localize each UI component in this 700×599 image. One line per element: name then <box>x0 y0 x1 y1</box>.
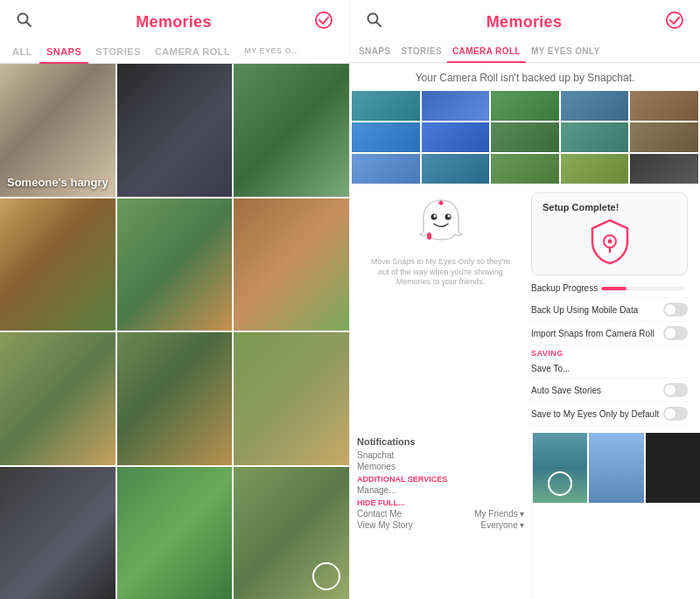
ghost-mascot-icon <box>415 196 467 248</box>
grid-cell-9[interactable] <box>234 332 349 465</box>
pin-setup-section: Move Snaps to My Eyes Only so they're ou… <box>350 185 700 433</box>
view-story-label: View My Story <box>357 519 413 531</box>
check-icon[interactable] <box>314 10 333 34</box>
memories-notif[interactable]: Memories <box>357 461 525 472</box>
notifications-header: Notifications <box>357 436 525 447</box>
svg-line-4 <box>377 23 382 27</box>
setup-complete-title: Setup Complete! <box>542 202 676 212</box>
cr-cell-8[interactable] <box>491 122 559 152</box>
auto-save-item: Auto Save Stories <box>531 379 688 402</box>
grid-cell-10[interactable] <box>0 467 116 600</box>
cr-cell-14[interactable] <box>561 154 629 184</box>
hide-full-label: HIDE FULL... <box>357 498 525 507</box>
import-camera-label: Import Snaps from Camera Roll <box>531 329 654 338</box>
camera-roll-grid <box>350 89 700 185</box>
cr-cell-10[interactable] <box>630 122 698 152</box>
save-to-label: Save To... <box>531 364 570 373</box>
tab-my-eyes[interactable]: MY EYES O... <box>237 41 306 64</box>
cr-cell-11[interactable] <box>352 154 420 184</box>
grid-cell-7[interactable] <box>0 332 116 465</box>
backup-progress-bar <box>601 287 684 290</box>
grid-cell-1[interactable]: Someone's hangry <box>0 64 116 197</box>
right-app-title: Memories <box>486 13 562 31</box>
sky-photo[interactable] <box>589 433 644 503</box>
bottom-circle-1 <box>548 471 572 496</box>
cr-cell-15[interactable] <box>630 154 698 184</box>
bottom-section: Notifications Snapchat Memories ADDITION… <box>350 433 700 599</box>
svg-point-9 <box>447 215 450 218</box>
right-tab-snaps[interactable]: SNAPS <box>354 41 396 63</box>
notifications-column: Notifications Snapchat Memories ADDITION… <box>350 433 533 599</box>
cr-cell-9[interactable] <box>561 122 629 152</box>
svg-rect-10 <box>427 233 431 240</box>
setup-complete-card: Setup Complete! <box>531 192 688 275</box>
auto-save-label: Auto Save Stories <box>531 386 601 395</box>
manage-item[interactable]: Manage... <box>357 484 525 496</box>
save-eyes-toggle[interactable] <box>663 407 688 421</box>
ocean-photo[interactable] <box>533 433 588 503</box>
svg-point-11 <box>438 201 443 205</box>
photo-grid: Someone's hangry <box>0 64 349 599</box>
cr-cell-6[interactable] <box>352 122 420 152</box>
tab-stories[interactable]: STORIES <box>88 41 148 64</box>
additional-services-label: ADDITIONAL SERVICES <box>357 475 525 484</box>
tab-all[interactable]: ALL <box>5 41 39 64</box>
settings-section: Backup Progress Back Up Using Mobile Dat… <box>528 275 691 426</box>
shield-icon <box>588 218 632 266</box>
svg-point-13 <box>607 240 612 244</box>
right-tab-stories[interactable]: STORIES <box>396 41 447 63</box>
import-camera-toggle[interactable] <box>663 326 688 340</box>
left-app-title: Memories <box>136 13 211 31</box>
grid-cell-2[interactable] <box>117 64 233 197</box>
backup-mobile-item: Back Up Using Mobile Data <box>531 298 688 322</box>
ghost-text: Move Snaps to My Eyes Only so they're ou… <box>359 255 522 289</box>
right-tab-camera-roll[interactable]: CAMERA ROLL <box>447 41 526 63</box>
cr-cell-3[interactable] <box>491 91 559 121</box>
snapchat-notif[interactable]: Snapchat <box>357 449 525 461</box>
bottom-images <box>533 433 701 503</box>
cr-cell-2[interactable] <box>422 91 490 121</box>
save-to-item[interactable]: Save To... <box>531 359 688 379</box>
cr-cell-12[interactable] <box>422 154 490 184</box>
search-icon[interactable] <box>16 11 33 33</box>
view-story-value[interactable]: Everyone ▾ <box>480 519 524 531</box>
backup-progress-label: Backup Progress <box>531 283 598 293</box>
right-check-icon[interactable] <box>665 10 684 34</box>
left-phone-panel: Memories ALL SNAPS STORIES CAMERA ROLL M… <box>0 0 350 599</box>
grid-cell-12[interactable] <box>234 467 349 600</box>
cr-cell-1[interactable] <box>352 91 420 121</box>
backup-mobile-toggle[interactable] <box>663 303 688 317</box>
grid-cell-3[interactable] <box>234 64 349 197</box>
selection-circle <box>312 562 340 590</box>
svg-point-2 <box>316 12 332 28</box>
cr-cell-13[interactable] <box>491 154 559 184</box>
auto-save-toggle[interactable] <box>663 383 688 397</box>
right-search-icon[interactable] <box>366 11 383 33</box>
cr-cell-7[interactable] <box>422 122 490 152</box>
grid-cell-5[interactable] <box>117 199 233 331</box>
grid-cell-8[interactable] <box>117 332 233 465</box>
dark-photo[interactable] <box>646 433 701 503</box>
right-header: Memories <box>350 0 700 41</box>
right-tab-eyes-only[interactable]: MY EYES ONLY <box>526 41 606 63</box>
backup-mobile-label: Back Up Using Mobile Data <box>531 305 638 315</box>
svg-line-1 <box>27 23 32 27</box>
view-story-row: View My Story Everyone ▾ <box>357 519 525 531</box>
cr-cell-4[interactable] <box>561 91 629 121</box>
grid-cell-4[interactable] <box>0 199 116 331</box>
import-camera-roll-item: Import Snaps from Camera Roll <box>531 322 688 345</box>
contact-me-value[interactable]: My Friends ▾ <box>474 508 524 519</box>
tab-snaps[interactable]: SNAPS <box>39 41 88 64</box>
right-tabs: SNAPS STORIES CAMERA ROLL MY EYES ONLY <box>350 41 700 63</box>
saving-section-title: SAVING <box>531 345 688 359</box>
svg-point-8 <box>433 215 436 218</box>
cr-cell-5[interactable] <box>630 91 698 121</box>
save-eyes-label: Save to My Eyes Only by Default <box>531 409 659 419</box>
tab-camera-roll[interactable]: CAMERA ROLL <box>148 41 237 64</box>
svg-point-5 <box>667 12 682 28</box>
setup-right: Setup Complete! Backup Progress <box>528 192 691 426</box>
grid-cell-6[interactable] <box>234 199 349 331</box>
right-phone-panel: Memories SNAPS STORIES CAMERA ROLL MY EY… <box>350 0 700 599</box>
backup-progress-item: Backup Progress <box>531 279 688 298</box>
grid-cell-11[interactable] <box>117 467 233 600</box>
